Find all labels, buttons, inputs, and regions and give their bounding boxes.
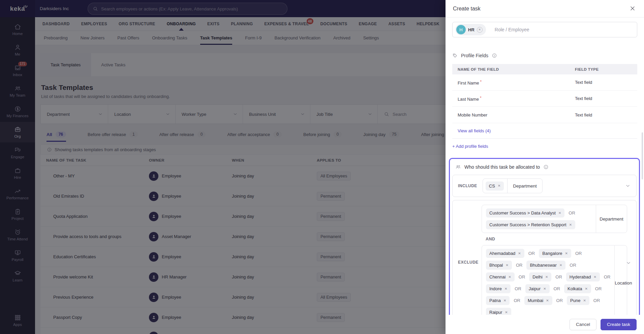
cancel-button[interactable]: Cancel (570, 319, 596, 330)
assignee-chip: H HR ✕ (455, 24, 486, 35)
view-all-fields-link[interactable]: View all fields (4) (458, 128, 491, 133)
close-icon[interactable] (629, 5, 637, 12)
remove-chip-icon[interactable]: ✕ (559, 264, 562, 267)
scrollbar-thumb[interactable] (642, 132, 643, 179)
remove-chip-icon[interactable]: ✕ (583, 299, 586, 302)
include-type-label: Department (508, 183, 542, 189)
profile-fields-section-label: Profile Fields (452, 53, 637, 58)
location-type-label: Location (614, 245, 632, 315)
remove-chip-icon[interactable]: ✕ (593, 275, 596, 279)
condition-chip: Customer Success > Retention Support✕ (486, 220, 575, 229)
chevron-down-icon[interactable] (625, 260, 632, 266)
field-name: First Name* (458, 79, 575, 86)
remove-chip-icon[interactable]: ✕ (503, 299, 506, 302)
remove-chip-icon[interactable]: ✕ (543, 287, 546, 291)
include-chip-label: CS (489, 183, 495, 189)
assignee-avatar: H (456, 25, 466, 34)
field-type: Text field (575, 80, 632, 85)
or-connector: OR (604, 274, 611, 279)
allocation-title-row: Who should this task be allocated to (455, 164, 637, 170)
remove-chip-icon[interactable]: ✕ (508, 275, 511, 279)
create-task-footer: Cancel Create task (446, 315, 644, 334)
chip-label: Raipur (489, 310, 502, 315)
include-chip: CS ✕ (486, 181, 504, 191)
required-asterisk: * (480, 79, 482, 84)
department-condition-box: Customer Success > Data Analyst✕ORCustom… (482, 205, 627, 233)
chip-label: Chennai (489, 274, 505, 279)
or-connector: OR (575, 251, 582, 256)
condition-chip: Bhopal✕ (486, 261, 512, 270)
info-icon (543, 164, 549, 170)
chip-label: Hyderabad (570, 274, 591, 279)
remove-chip-icon[interactable]: ✕ (498, 184, 500, 188)
chip-row: Customer Success > Data Analyst✕OR (486, 208, 592, 218)
create-task-panel: Create task H HR ✕ Role / Employee Profi… (446, 0, 644, 334)
assignee-placeholder: Role / Employee (495, 27, 529, 32)
remove-chip-icon[interactable]: ✕ (518, 252, 521, 255)
remove-chip-icon[interactable]: ✕ (504, 287, 507, 291)
remove-chip-icon[interactable]: ✕ (546, 299, 549, 302)
condition-chip: Chennai✕ (486, 272, 515, 281)
field-name: Last Name* (458, 96, 575, 102)
or-connector: OR (556, 298, 563, 303)
chip-label: Patna (489, 298, 501, 303)
conditions-box: Customer Success > Data Analyst✕ORCustom… (452, 200, 637, 315)
or-connector: OR (595, 286, 602, 291)
or-connector: OR (516, 263, 523, 268)
chip-label: Bhopal (489, 263, 503, 268)
chevron-down-icon[interactable] (625, 183, 631, 189)
remove-chip-icon[interactable]: ✕ (505, 264, 508, 267)
or-connector: OR (569, 210, 575, 215)
assignee-input[interactable]: H HR ✕ Role / Employee (452, 22, 637, 37)
department-chips: Customer Success > Data Analyst✕ORCustom… (482, 205, 596, 233)
condition-chip: Patna✕ (486, 296, 510, 305)
remove-chip-icon[interactable]: ✕ (569, 223, 572, 227)
location-condition-box: Ahemadabad✕ORBangalore✕ORBhopal✕ORBhuban… (482, 245, 627, 315)
condition-chip: Bhubaneswar✕ (526, 261, 565, 270)
chip-row: Customer Success > Retention Support✕ (486, 220, 592, 229)
chip-label: Jaipur (529, 286, 541, 291)
allocation-section: Who should this task be allocated to INC… (449, 158, 640, 315)
profile-fields-title: Profile Fields (461, 53, 488, 58)
assignee-chip-label: HR (468, 27, 474, 32)
include-label: INCLUDE (458, 183, 477, 188)
remove-chip-icon[interactable]: ✕ (545, 275, 548, 279)
profile-field-row: First Name*Text field (452, 74, 637, 91)
field-type: Text field (575, 96, 632, 101)
include-row[interactable]: INCLUDE CS ✕ Department (452, 175, 637, 197)
or-connector: OR (528, 251, 535, 256)
chip-label: Customer Success > Data Analyst (489, 210, 556, 215)
or-connector: OR (515, 286, 521, 291)
create-task-button[interactable]: Create task (601, 319, 637, 330)
profile-fields-rows: First Name*Text fieldLast Name*Text fiel… (452, 74, 637, 123)
or-connector: OR (554, 286, 560, 291)
col-field-type: FIELD TYPE (575, 67, 632, 71)
add-profile-fields-link[interactable]: + Add profile fields (452, 144, 488, 149)
location-chips: Ahemadabad✕ORBangalore✕ORBhopal✕ORBhuban… (482, 245, 614, 315)
department-type-label: Department (596, 205, 627, 233)
remove-assignee-icon[interactable]: ✕ (477, 27, 483, 33)
condition-chip: Ahemadabad✕ (486, 249, 524, 258)
chip-row: Bhopal✕ORBhubaneswar✕OR (486, 261, 610, 270)
chip-label: Bangalore (542, 251, 562, 256)
remove-chip-icon[interactable]: ✕ (505, 311, 508, 314)
remove-chip-icon[interactable]: ✕ (565, 252, 568, 255)
include-select[interactable]: CS ✕ Department (483, 178, 543, 193)
remove-chip-icon[interactable]: ✕ (585, 287, 587, 291)
chip-row: Raipur✕ (486, 308, 610, 315)
condition-chip: Bangalore✕ (539, 249, 571, 258)
condition-chip: Customer Success > Data Analyst✕ (486, 208, 564, 218)
condition-chip: Raipur✕ (486, 308, 511, 315)
people-icon (455, 164, 461, 170)
condition-chip: Jaipur✕ (525, 284, 550, 293)
and-connector: AND (486, 237, 632, 241)
remove-chip-icon[interactable]: ✕ (558, 211, 561, 215)
condition-chip: Pune✕ (567, 296, 589, 305)
chip-label: Pune (570, 298, 580, 303)
profile-field-row: Last Name*Text field (452, 91, 637, 107)
info-icon (492, 53, 497, 58)
or-connector: OR (555, 274, 562, 279)
chip-row: Indore✕ORJaipur✕ORKolkata✕OR (486, 284, 610, 293)
exclude-label: EXCLUDE (458, 260, 479, 265)
chip-label: Mumbai (528, 298, 543, 303)
